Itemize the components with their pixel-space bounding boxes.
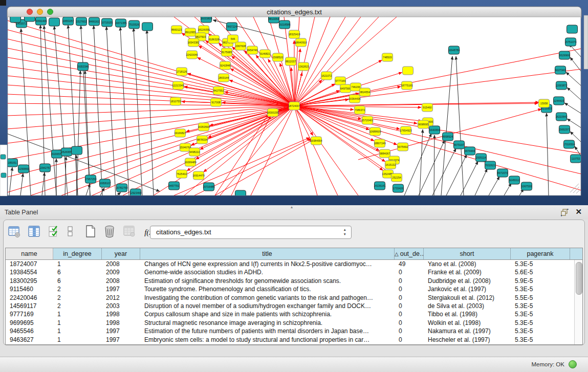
table-cell[interactable]: 14569117	[6, 302, 53, 310]
table-vertical-scrollbar[interactable]	[574, 260, 582, 344]
close-panel-icon[interactable]: ✕	[575, 207, 582, 216]
table-cell[interactable]: Estimation of significance thresholds fo…	[140, 277, 395, 285]
select-all-checks-icon[interactable]	[48, 225, 60, 240]
column-header-out_de[interactable]: △out_de…	[395, 248, 424, 259]
column-header-in_degree[interactable]: in_degree	[53, 248, 102, 259]
table-cell[interactable]: Changes of HCN gene expression and I(f) …	[140, 260, 395, 268]
table-cell[interactable]: Jankovic et al. (1997)	[424, 285, 511, 293]
table-cell[interactable]: 49	[395, 260, 424, 268]
window-minimize-button[interactable]	[37, 9, 43, 15]
table-row[interactable]: 2242004622012Investigating the contribut…	[6, 294, 575, 302]
splitter-grip-icon[interactable]: ▴	[291, 205, 293, 209]
table-row[interactable]: 969969511998Structural magnetic resonanc…	[6, 319, 575, 327]
table-cell[interactable]: 2008	[102, 277, 140, 285]
table-cell[interactable]: 1	[53, 260, 102, 268]
graph-node[interactable]	[142, 23, 153, 31]
table-cell[interactable]: 1	[53, 336, 102, 344]
table-cell[interactable]: Dudbridge et al. (2008)	[424, 277, 511, 285]
table-cell[interactable]: 6	[53, 277, 102, 285]
table-cell[interactable]: 5.9E-5	[511, 277, 570, 285]
table-cell[interactable]: 0	[395, 310, 424, 318]
table-cell[interactable]: 18724007	[6, 260, 53, 268]
column-header-title[interactable]: title	[140, 248, 395, 259]
table-cell[interactable]: 5.3E-5	[511, 336, 570, 344]
table-cell[interactable]: 1997	[102, 336, 140, 344]
table-cell[interactable]: 1998	[102, 310, 140, 318]
table-cell[interactable]: 5.3E-5	[511, 319, 570, 327]
column-header-short[interactable]: short	[424, 248, 511, 259]
table-cell[interactable]: Corpus callosum shape and size in male p…	[140, 310, 395, 318]
table-cell[interactable]: Stergiakouli et al. (2012)	[424, 294, 511, 302]
table-cell[interactable]: 2	[53, 294, 102, 302]
table-cell[interactable]: 9115460	[6, 285, 53, 293]
table-cell[interactable]: Embryonic stem cells: a model to study s…	[140, 336, 395, 344]
table-cell[interactable]: Genome-wide association studies in ADHD.	[140, 268, 395, 276]
table-cell[interactable]: 18300295	[6, 277, 53, 285]
table-row[interactable]: 1872400712008Changes of HCN gene express…	[6, 260, 575, 268]
table-cell[interactable]: 6	[53, 268, 102, 276]
table-cell[interactable]: 1997	[102, 327, 140, 335]
column-header-pagerank[interactable]: pagerank	[511, 248, 570, 259]
table-cell[interactable]: 9777169	[6, 310, 53, 318]
table-cell[interactable]: 0	[395, 302, 424, 310]
graph-node[interactable]	[567, 25, 578, 33]
table-cell[interactable]: Nakamura et al. (1997)	[424, 327, 511, 335]
network-table-selector[interactable]: citations_edges.txt ▲▼	[150, 226, 352, 239]
table-cell[interactable]: 9465546	[6, 327, 53, 335]
table-cell[interactable]: 0	[395, 277, 424, 285]
table-cell[interactable]: 0	[395, 294, 424, 302]
show-column-icon[interactable]	[28, 225, 41, 240]
table-cell[interactable]: 9699695	[6, 319, 53, 327]
table-settings-icon[interactable]	[8, 225, 21, 240]
table-cell[interactable]: 1	[53, 310, 102, 318]
table-cell[interactable]: Franke et al. (2009)	[424, 268, 511, 276]
table-row[interactable]: 911546021997Tourette syndrome. Phenomeno…	[6, 285, 575, 293]
table-cell[interactable]: 0	[395, 336, 424, 344]
table-cell[interactable]: Disruption of a novel member of a sodium…	[140, 302, 395, 310]
table-cell[interactable]: Tourette syndrome. Phenomenology and cla…	[140, 285, 395, 293]
float-panel-icon[interactable]	[560, 208, 569, 216]
table-cell[interactable]: 1997	[102, 285, 140, 293]
table-cell[interactable]: 22420046	[6, 294, 53, 302]
table-cell[interactable]: 5.3E-5	[511, 285, 570, 293]
table-cell[interactable]: 2	[53, 302, 102, 310]
table-cell[interactable]: 0	[395, 285, 424, 293]
table-cell[interactable]: 0	[395, 319, 424, 327]
table-cell[interactable]: Yano et al. (2008)	[424, 260, 511, 268]
table-cell[interactable]: Structural magnetic resonance image aver…	[140, 319, 395, 327]
table-cell[interactable]: 5.3E-5	[511, 327, 570, 335]
table-cell[interactable]: 0	[395, 327, 424, 335]
table-cell[interactable]: 1	[53, 327, 102, 335]
memory-ok-indicator-icon[interactable]	[569, 360, 577, 368]
table-cell[interactable]: 5.6E-5	[511, 268, 570, 276]
table-cell[interactable]: 5.3E-5	[511, 302, 570, 310]
graph-node[interactable]	[72, 146, 82, 155]
window-close-button[interactable]	[27, 9, 33, 15]
table-cell[interactable]: 2012	[102, 294, 140, 302]
column-header-name[interactable]: name	[6, 248, 53, 259]
table-cell[interactable]: de Silva et al. (2003)	[424, 302, 511, 310]
table-cell[interactable]: 2009	[102, 268, 140, 276]
window-zoom-button[interactable]	[48, 9, 53, 15]
table-cell[interactable]: 1998	[102, 319, 140, 327]
table-cell[interactable]: Estimation of the future numbers of pati…	[140, 327, 395, 335]
table-cell[interactable]: Hescheler et al. (1997)	[424, 336, 511, 344]
network-canvas-svg[interactable]: citations_edges.txt 24035723069140610653…	[0, 0, 588, 205]
table-row[interactable]: 946362711997Embryonic stem cells: a mode…	[6, 336, 575, 344]
table-cell[interactable]: 5.5E-5	[511, 294, 570, 302]
table-cell[interactable]: Wolkin et al. (1998)	[424, 319, 511, 327]
cells-icon[interactable]	[67, 225, 74, 240]
graph-node[interactable]	[403, 67, 413, 75]
new-table-icon[interactable]	[84, 224, 97, 240]
table-cell[interactable]: 1	[53, 319, 102, 327]
table-cell[interactable]: 5.3E-5	[511, 310, 570, 318]
table-cell[interactable]: 5.3E-5	[511, 260, 570, 268]
delete-table-icon[interactable]	[103, 224, 116, 240]
column-header-year[interactable]: year	[102, 248, 140, 259]
scrollbar-thumb[interactable]	[576, 262, 582, 295]
table-cell[interactable]: Investigating the contribution of common…	[140, 294, 395, 302]
table-cell[interactable]: 2008	[102, 260, 140, 268]
table-cell[interactable]: 0	[395, 268, 424, 276]
table-cell[interactable]: 9463627	[6, 336, 53, 344]
table-cell[interactable]: 19384554	[6, 268, 53, 276]
